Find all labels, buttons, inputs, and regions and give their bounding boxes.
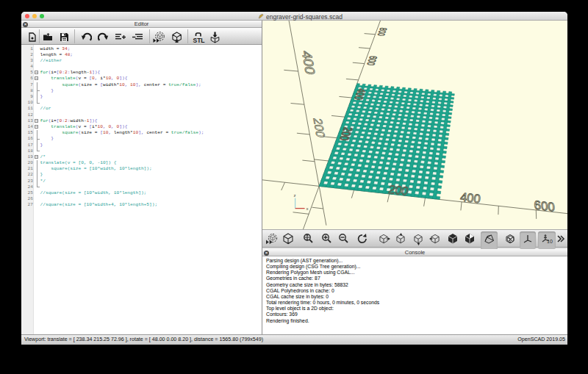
svg-text:z: z xyxy=(294,193,296,198)
svg-text:600: 600 xyxy=(534,198,555,215)
svg-text:STL: STL xyxy=(193,37,205,44)
svg-text:400: 400 xyxy=(459,190,481,206)
svg-text:200: 200 xyxy=(387,182,410,198)
svg-text:400: 400 xyxy=(299,51,318,76)
svg-text:600: 600 xyxy=(365,56,379,66)
svg-text:x: x xyxy=(306,206,309,211)
svg-text:200: 200 xyxy=(311,118,328,138)
svg-text:10: 10 xyxy=(547,239,553,244)
